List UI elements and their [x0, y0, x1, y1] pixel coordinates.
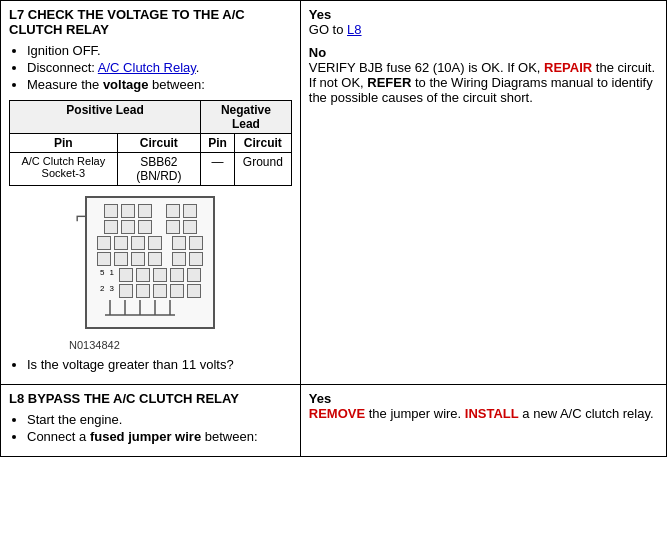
fuse-32 [187, 284, 201, 298]
section2-instructions: Start the engine. Connect a fused jumper… [27, 412, 292, 444]
disconnect-link[interactable]: A/C Clutch Relay [98, 60, 196, 75]
fuse-29 [136, 284, 150, 298]
section1-instructions: Ignition OFF. Disconnect: A/C Clutch Rel… [27, 43, 292, 92]
fuse-row-1 [91, 204, 209, 218]
col-circuit1: Circuit [117, 134, 200, 153]
yes-block: Yes GO to L8 [309, 7, 658, 37]
fuse-17 [97, 252, 111, 266]
section2-yes-label: Yes [309, 391, 331, 406]
fuse-9 [166, 220, 180, 234]
fuse-row-6: 2 3 [91, 284, 209, 298]
fuse-num-2: 2 [100, 284, 104, 298]
remove-text: REMOVE [309, 406, 365, 421]
col-pin2: Pin [201, 134, 235, 153]
fuse-23 [119, 268, 133, 282]
fuse-1 [104, 204, 118, 218]
section2-title: L8 BYPASS THE A/C CLUTCH RELAY [9, 391, 292, 406]
fuse-num-1: 1 [109, 268, 113, 282]
fuse-21 [172, 252, 186, 266]
section2-yes-text: REMOVE the jumper wire. INSTALL a new A/… [309, 406, 654, 421]
fuse-28 [119, 284, 133, 298]
section2-instruction-2: Connect a fused jumper wire between: [27, 429, 292, 444]
no-block: No VERIFY BJB fuse 62 (10A) is OK. If OK… [309, 45, 658, 105]
fuse-19 [131, 252, 145, 266]
fuse-3 [138, 204, 152, 218]
yes-label: Yes [309, 7, 331, 22]
col-circuit2: Circuit [234, 134, 291, 153]
fuse-row-5: 5 1 [91, 268, 209, 282]
l8-link[interactable]: L8 [347, 22, 361, 37]
no-text: VERIFY BJB fuse 62 (10A) is OK. If OK, R… [309, 60, 655, 105]
fuse-4 [166, 204, 180, 218]
section1-question-list: Is the voltage greater than 11 volts? [27, 357, 292, 372]
fuse-16 [189, 236, 203, 250]
refer-text: REFER [367, 75, 411, 90]
jumper-wire-bold: fused jumper wire [90, 429, 201, 444]
row-circuit2: Ground [234, 153, 291, 186]
fuse-box-diagram: ⌐ [9, 196, 292, 329]
fuse-row-3 [91, 236, 209, 250]
fuse-22 [189, 252, 203, 266]
fuse-5 [183, 204, 197, 218]
fuse-11 [97, 236, 111, 250]
connector-lines-svg [100, 300, 200, 320]
voltage-question: Is the voltage greater than 11 volts? [27, 357, 292, 372]
fuse-box: 5 1 2 3 [85, 196, 215, 329]
section1-title: L7 CHECK THE VOLTAGE TO THE A/C CLUTCH R… [9, 7, 292, 37]
bottom-connectors [91, 300, 209, 323]
section2-right: Yes REMOVE the jumper wire. INSTALL a ne… [300, 385, 666, 457]
voltage-bold: voltage [103, 77, 149, 92]
fuse-row-2 [91, 220, 209, 234]
fuse-num-5: 5 [100, 268, 104, 282]
yes-text: GO to [309, 22, 347, 37]
section2-left: L8 BYPASS THE A/C CLUTCH RELAY Start the… [1, 385, 301, 457]
diagram-label: N0134842 [69, 339, 292, 351]
col-pin1: Pin [10, 134, 118, 153]
fuse-20 [148, 252, 162, 266]
fuse-num-3: 3 [109, 284, 113, 298]
negative-lead-header: Negative Lead [201, 101, 292, 134]
section1-left: L7 CHECK THE VOLTAGE TO THE A/C CLUTCH R… [1, 1, 301, 385]
fuse-14 [148, 236, 162, 250]
fuse-15 [172, 236, 186, 250]
fuse-8 [138, 220, 152, 234]
instruction-1: Ignition OFF. [27, 43, 292, 58]
section1-right: Yes GO to L8 No VERIFY BJB fuse 62 (10A)… [300, 1, 666, 385]
fuse-13 [131, 236, 145, 250]
fuse-6 [104, 220, 118, 234]
section2-instruction-1: Start the engine. [27, 412, 292, 427]
fuse-26 [170, 268, 184, 282]
fuse-30 [153, 284, 167, 298]
row-pin2: — [201, 153, 235, 186]
fuse-2 [121, 204, 135, 218]
install-text: INSTALL [465, 406, 519, 421]
fuse-row-4 [91, 252, 209, 266]
voltage-table: Positive Lead Negative Lead Pin Circuit … [9, 100, 292, 186]
fuse-12 [114, 236, 128, 250]
row-pin1: A/C Clutch Relay Socket-3 [10, 153, 118, 186]
data-row: A/C Clutch Relay Socket-3 SBB62 (BN/RD) … [10, 153, 292, 186]
instruction-2: Disconnect: A/C Clutch Relay. [27, 60, 292, 75]
fuse-24 [136, 268, 150, 282]
sub-header-row: Pin Circuit Pin Circuit [10, 134, 292, 153]
repair-text: REPAIR [544, 60, 592, 75]
fuse-box-wrapper: ⌐ [85, 196, 215, 329]
fuse-7 [121, 220, 135, 234]
no-label: No [309, 45, 326, 60]
positive-lead-header: Positive Lead [10, 101, 201, 134]
main-table: L7 CHECK THE VOLTAGE TO THE A/C CLUTCH R… [0, 0, 667, 457]
fuse-25 [153, 268, 167, 282]
fuse-31 [170, 284, 184, 298]
section2-yes-block: Yes REMOVE the jumper wire. INSTALL a ne… [309, 391, 658, 421]
instruction-3: Measure the voltage between: [27, 77, 292, 92]
fuse-27 [187, 268, 201, 282]
fuse-10 [183, 220, 197, 234]
row-circuit1: SBB62 (BN/RD) [117, 153, 200, 186]
fuse-18 [114, 252, 128, 266]
